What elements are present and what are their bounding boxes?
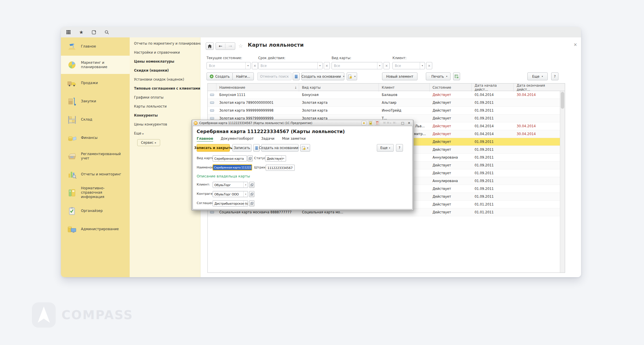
clear-filter-button[interactable]: × <box>324 62 330 69</box>
current-state-input[interactable]: Все ▾ <box>207 62 251 69</box>
card-status-button[interactable] <box>293 72 300 80</box>
barcode-field[interactable]: 1112223334567 <box>266 165 295 171</box>
more-button[interactable]: Еще ▾ <box>377 144 394 152</box>
header-client[interactable]: Клиент <box>379 83 430 92</box>
scrollbar-thumb[interactable] <box>561 92 564 109</box>
chevron-down-icon[interactable]: ▾ <box>245 62 250 69</box>
calendar-icon[interactable]: 31 <box>375 121 380 125</box>
header-kind[interactable]: Вид карты <box>299 83 379 92</box>
apps-grid-icon[interactable] <box>66 29 71 35</box>
favorites-star-icon[interactable]: ★ <box>78 29 84 35</box>
menu-item-discount-settings[interactable]: Установки скидок (наценок) <box>130 75 200 84</box>
favorites-star-icon[interactable] <box>361 121 366 125</box>
find-button[interactable]: Найти... <box>232 72 254 80</box>
open-client-button[interactable] <box>249 182 254 188</box>
header-start-date[interactable]: Дата начала дейст... <box>472 83 514 92</box>
help-button[interactable]: ? <box>551 72 558 80</box>
chevron-down-icon[interactable]: ▾ <box>317 62 322 69</box>
sidebar-item-master-data[interactable]: Нормативно-справочная информация <box>61 184 130 202</box>
close-icon[interactable]: ✕ <box>407 121 411 125</box>
calculator-icon[interactable] <box>368 121 373 125</box>
chevron-down-icon[interactable]: ▾ <box>420 62 425 69</box>
clear-filter-button[interactable]: × <box>426 62 432 69</box>
tab-main[interactable]: Главное <box>197 137 213 141</box>
clear-filter-button[interactable]: × <box>252 62 258 69</box>
tab-notes[interactable]: Мои заметки <box>282 137 306 141</box>
forward-button[interactable]: → <box>225 43 235 49</box>
sidebar-item-warehouse[interactable]: Склад <box>61 110 130 129</box>
tab-tasks[interactable]: Задачи <box>261 137 275 141</box>
validity-input[interactable]: Все ▾ <box>258 62 323 69</box>
menu-item-standard-agreements[interactable]: Типовые соглашения с клиентами <box>130 84 200 93</box>
client-field[interactable]: ОбувьТорг ▾ <box>213 182 248 188</box>
name-field[interactable]: Серебрянная карта 111222333456 <box>213 164 252 170</box>
home-button[interactable] <box>206 42 214 50</box>
chevron-down-icon[interactable]: ▾ <box>243 182 248 188</box>
open-card-kind-button[interactable] <box>247 155 253 161</box>
card-kind-input[interactable]: Все ▾ <box>332 62 382 69</box>
chevron-down-icon[interactable]: ▾ <box>377 62 382 69</box>
menu-item-marketing-reports[interactable]: Отчеты по маркетингу и планированию <box>130 39 200 48</box>
sidebar-item-organizer[interactable]: Органайзер <box>61 202 130 220</box>
open-counterparty-button[interactable] <box>249 191 254 197</box>
maximize-icon[interactable]: □ <box>400 121 405 125</box>
cancel-search-button[interactable]: Отменить поиск <box>257 72 292 80</box>
menu-item-payment-schedules[interactable]: Графики оплаты <box>130 93 200 102</box>
card-kind-field[interactable]: Серебряная карта <box>213 155 247 161</box>
header-status[interactable]: Состояние <box>430 83 472 92</box>
sidebar-item-main[interactable]: Главное <box>61 37 130 56</box>
sidebar-item-finance[interactable]: Финансы <box>61 129 130 147</box>
sidebar-item-marketing[interactable]: Маркетинг и планирование <box>61 56 130 74</box>
status-field[interactable]: Действует ▾ <box>265 155 286 161</box>
chevron-down-icon[interactable]: ▾ <box>243 201 248 206</box>
add-to-favorites-icon[interactable]: ☆ <box>238 43 243 49</box>
dialog-titlebar[interactable]: 1С Серебряная карта 1112223334567 (Карты… <box>193 120 413 126</box>
clear-filter-button[interactable]: × <box>383 62 390 69</box>
help-button[interactable]: ? <box>396 144 403 152</box>
sidebar-item-purchasing[interactable]: Закупки <box>61 92 130 110</box>
sidebar-item-administration[interactable]: Администрирование <box>61 220 130 238</box>
create-based-on-button[interactable]: Создать на основании ▾ <box>261 144 299 152</box>
cell-name: Золотая карта 7890000000001 <box>216 99 299 106</box>
table-row[interactable]: Золотая карта 9999999999998 Золотая карт… <box>208 107 565 115</box>
sidebar-item-reports-monitoring[interactable]: Отчеты и мониторинг <box>61 165 130 184</box>
header-end-date[interactable]: Дата окончания дейст... <box>514 83 560 92</box>
chevron-down-icon[interactable]: ▾ <box>243 191 248 197</box>
cell-start: 01.04.2014 <box>472 122 514 130</box>
search-icon[interactable] <box>104 29 110 35</box>
header-label: Наименование <box>219 86 245 90</box>
open-agreement-button[interactable] <box>249 200 254 206</box>
report-settings-button[interactable]: ▾ <box>300 144 310 152</box>
menu-item-competitor-prices[interactable]: Цены конкурентов <box>130 120 200 129</box>
sidebar-item-regulated-accounting[interactable]: Регламентированный учет <box>61 147 130 165</box>
new-item-button[interactable]: Новый элемент <box>382 72 417 80</box>
menu-item-item-prices[interactable]: Цены номенклатуры <box>130 57 200 66</box>
table-row[interactable]: Золотая карта 7890000000001 Золотая карт… <box>208 99 565 107</box>
sidebar-item-sales[interactable]: Продажи <box>61 74 130 92</box>
report-settings-button[interactable]: ▾ <box>347 72 357 80</box>
service-button[interactable]: Сервис▸ <box>137 139 160 146</box>
tab-docflow[interactable]: Документооборот <box>221 137 254 141</box>
back-button[interactable]: ← <box>216 43 225 49</box>
client-input[interactable]: Все ▾ <box>392 62 425 69</box>
menu-item-competitors[interactable]: Конкуренты <box>130 111 200 120</box>
close-form-icon[interactable]: × <box>574 42 577 47</box>
chevron-down-icon[interactable]: ▾ <box>281 156 286 161</box>
header-name[interactable]: Наименование↓ <box>216 83 299 92</box>
counterparty-field[interactable]: ОбувьТорг ООО ▾ <box>213 191 248 197</box>
history-icon[interactable] <box>91 29 97 35</box>
menu-item-loyalty-cards[interactable]: Карты лояльности <box>130 102 200 111</box>
save-and-close-button[interactable]: Записать и закрыть <box>197 144 230 152</box>
agreement-field[interactable]: Дистрибьюторское (обувь) ▾ <box>213 200 248 206</box>
output-list-button[interactable] <box>453 72 460 80</box>
menu-item-discounts[interactable]: Скидки (наценки) <box>130 66 200 75</box>
print-button[interactable]: Печать ▾ <box>426 72 451 80</box>
menu-item-more[interactable]: Еще▸ <box>130 129 200 138</box>
save-button[interactable]: Записать <box>232 144 252 152</box>
create-button[interactable]: + Создать <box>207 72 233 80</box>
table-scrollbar[interactable] <box>560 91 565 273</box>
menu-item-settings-references[interactable]: Настройки и справочники <box>130 48 200 57</box>
create-based-on-button[interactable]: Создать на основании ▾ <box>301 72 344 80</box>
more-button[interactable]: Еще ▾ <box>527 72 548 80</box>
table-row[interactable]: Бонусная 1111 Бонусная Балашов Действует… <box>208 91 565 99</box>
